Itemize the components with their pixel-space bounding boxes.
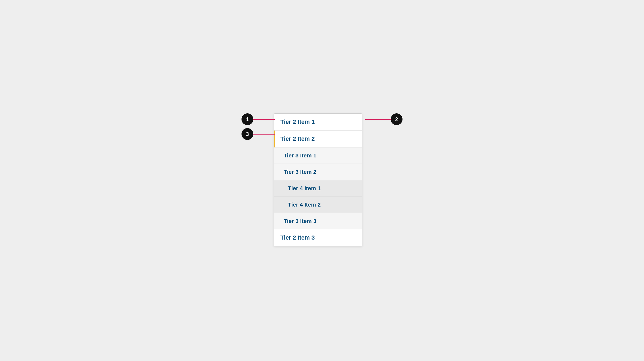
menu-item-tier4-2[interactable]: Tier 4 Item 2: [274, 197, 362, 213]
menu-item-tier3-3[interactable]: Tier 3 Item 3: [274, 213, 362, 229]
badge-1: 1: [241, 113, 253, 125]
menu-item-tier3-1[interactable]: Tier 3 Item 1: [274, 147, 362, 164]
badge-3: 3: [241, 128, 253, 140]
menu-item-tier4-1[interactable]: Tier 4 Item 1: [274, 180, 362, 197]
badge-2: 2: [391, 113, 402, 125]
menu-item-tier2-3[interactable]: Tier 2 Item 3: [274, 229, 362, 246]
diagram-scene: 1 2 3 Tier 2 Item 1 Tier 2 Item 2 Tier 3…: [241, 113, 402, 248]
menu-list: Tier 2 Item 1 Tier 2 Item 2 Tier 3 Item …: [274, 113, 362, 246]
connector-3: [253, 134, 275, 135]
menu-item-tier2-1[interactable]: Tier 2 Item 1: [274, 114, 362, 131]
menu-item-tier2-2[interactable]: Tier 2 Item 2: [274, 131, 362, 147]
menu-item-tier3-2[interactable]: Tier 3 Item 2: [274, 164, 362, 180]
connector-1-right: [365, 119, 391, 120]
connector-1-left: [253, 119, 275, 120]
